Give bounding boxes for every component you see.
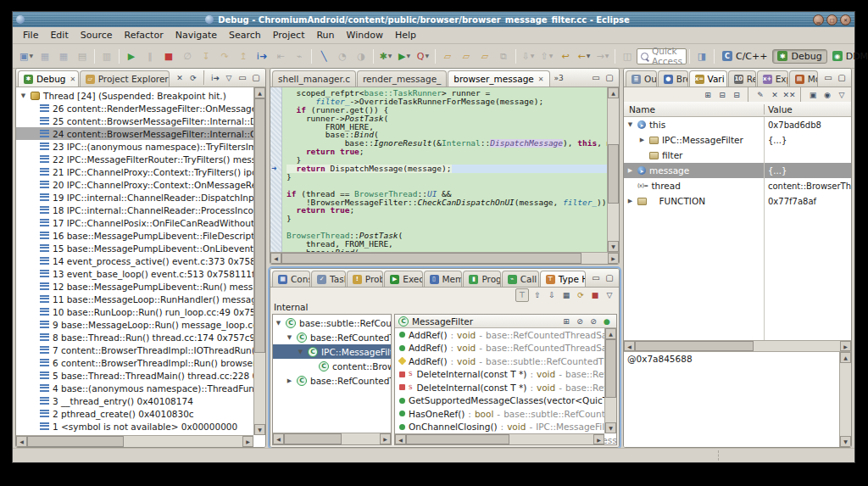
stack-frame-item[interactable]: 23 IPC::(anonymous namespace)::TryFilter… xyxy=(16,140,253,153)
stack-frame-item[interactable]: 14 event_process_active() event.c:373 0x… xyxy=(16,254,253,267)
tab-call-hi[interactable]: ⌁Call Hi xyxy=(502,271,539,287)
members-horizontal-scrollbar[interactable]: ◀ ▶ xyxy=(395,433,604,444)
view-menu-button[interactable]: ▽ xyxy=(604,289,615,301)
remove-button[interactable]: ✕ xyxy=(769,89,781,101)
scroll-thumb[interactable] xyxy=(406,434,509,444)
save-button[interactable]: ▦ xyxy=(36,47,54,64)
editor-annotation-ruler[interactable]: ➜ xyxy=(270,87,282,252)
scroll-right-icon[interactable]: ▶ xyxy=(840,341,851,351)
stack-frame-item[interactable]: 19 IPC::internal::ChannelReader::Dispatc… xyxy=(16,191,253,204)
hierarchy-item[interactable]: ▼CIPC::MessageFilter xyxy=(273,344,391,359)
expander-icon[interactable]: ▼ xyxy=(626,121,634,128)
maximize-button[interactable]: ▢ xyxy=(250,72,262,84)
show-type-hierarchy-button[interactable]: ⊤ xyxy=(515,288,529,302)
remove-all-terminated-button[interactable]: ✕ xyxy=(174,72,186,84)
member-item[interactable]: AddRef() : void - base::RefCountedThread… xyxy=(395,328,616,342)
minimize-button[interactable]: ▭ xyxy=(822,72,834,84)
scroll-thumb[interactable] xyxy=(605,339,616,398)
stack-frame-item[interactable]: 18 IPC::internal::ChannelReader::Process… xyxy=(16,204,253,216)
stack-frame-item[interactable]: 7 content::BrowserThreadImpl::IOThreadRu… xyxy=(16,344,253,356)
remove-all-button[interactable]: ✕✕ xyxy=(783,89,795,101)
stack-frame-item[interactable]: 26 content::RenderMessageFilter::OnMessa… xyxy=(16,102,253,115)
suspend-button[interactable]: ‖ xyxy=(141,47,159,64)
scroll-up-icon[interactable]: ▲ xyxy=(840,352,851,363)
hide-static-button[interactable]: ⊘ xyxy=(587,316,599,327)
debug-button[interactable]: ✱▼ xyxy=(376,47,395,64)
member-item[interactable]: OnChannelClosing() : void - IPC::Message… xyxy=(395,421,616,434)
scroll-thumb[interactable] xyxy=(635,341,754,351)
expander-icon[interactable]: ▶ xyxy=(286,377,293,384)
minimize-button[interactable]: ▭ xyxy=(236,72,248,84)
step-return-button[interactable]: ↥ xyxy=(234,47,253,64)
scroll-down-icon[interactable]: ▼ xyxy=(254,424,265,435)
menu-refactor[interactable]: Refactor xyxy=(119,28,170,42)
stack-frame-item[interactable]: 20 IPC::ChannelProxy::Context::OnMessage… xyxy=(16,178,253,191)
scroll-left-icon[interactable]: ◀ xyxy=(270,253,281,264)
dropdown-arrow-icon[interactable]: ▼ xyxy=(388,53,392,59)
use-step-filters-button[interactable]: ⌁ xyxy=(290,47,309,64)
perspective-c-c[interactable]: CC/C++ xyxy=(717,49,773,64)
stack-frame-item[interactable]: 6 content::BrowserThreadImpl::Run() brow… xyxy=(16,356,253,369)
tab-vari[interactable]: x=Vari✕ xyxy=(689,70,727,87)
stack-frame-item[interactable]: 10 base::RunLoop::Run() run_loop.cc:49 0… xyxy=(16,305,253,318)
new-button[interactable]: ▣▼ xyxy=(17,47,36,64)
hierarchy-item[interactable]: Ccontent::BrowserMess xyxy=(273,359,391,373)
instruction-stepping-mode-button[interactable]: i➜ xyxy=(209,72,221,84)
minimize-button[interactable]: ▁ xyxy=(813,14,824,25)
detail-vertical-scrollbar[interactable]: ▲ ▼ xyxy=(839,352,851,447)
quick-access-input[interactable]: Quick Access xyxy=(637,48,687,64)
debug-vertical-scrollbar[interactable]: ▲ ▼ xyxy=(253,87,265,435)
tab-render-message[interactable]: render_message_ xyxy=(357,70,447,87)
code-line[interactable]: return true; xyxy=(287,148,607,156)
scroll-thumb[interactable] xyxy=(254,98,265,353)
link-with-editor-button[interactable]: ⧉ xyxy=(494,47,513,64)
expander-icon[interactable]: ▶ xyxy=(626,167,634,174)
scroll-down-icon[interactable]: ▼ xyxy=(605,422,616,433)
scroll-down-icon[interactable]: ▼ xyxy=(608,241,619,252)
print-button[interactable]: ▤ xyxy=(73,47,92,64)
open-element-button[interactable]: ▱ xyxy=(476,47,494,64)
show-type-names-button[interactable]: ⊞ xyxy=(702,89,714,101)
column-divider[interactable] xyxy=(764,117,765,340)
variables-horizontal-scrollbar[interactable]: ◀ ▶ xyxy=(624,340,851,351)
expander-icon[interactable]: ▼ xyxy=(19,92,27,99)
stack-frame-item[interactable]: 8 base::Thread::Run() thread.cc:174 0x75… xyxy=(16,331,253,344)
scroll-down-icon[interactable]: ▼ xyxy=(840,436,851,447)
next-annotation-button[interactable]: ⇩▼ xyxy=(519,47,537,64)
member-item[interactable]: SDeleteInternal(const T *) : void - base… xyxy=(395,381,616,394)
back-button[interactable]: ←▼ xyxy=(575,47,593,64)
open-type-button[interactable]: ▱ xyxy=(438,47,457,64)
stack-frame-item[interactable]: 25 content::BrowserMessageFilter::Intern… xyxy=(16,115,253,127)
tab-debug[interactable]: ✱Debug✕ xyxy=(18,70,79,87)
member-item[interactable]: AddRef() : void - base::RefCountedThread… xyxy=(395,342,616,355)
stack-frame-item[interactable]: 9 base::MessageLoop::Run() message_loop.… xyxy=(16,318,253,331)
scroll-up-icon[interactable]: ▲ xyxy=(254,87,265,98)
hierarchy-item[interactable]: ▶Cbase::RefCountedThreadSaf xyxy=(273,373,391,388)
debug-horizontal-scrollbar[interactable]: ◀ ▶ xyxy=(16,435,253,447)
scroll-thumb[interactable] xyxy=(608,144,619,204)
scroll-left-icon[interactable]: ◀ xyxy=(273,433,284,444)
profile-button[interactable]: ◔ xyxy=(333,47,352,64)
dropdown-arrow-icon[interactable]: ▼ xyxy=(406,53,410,59)
close-icon[interactable]: ✕ xyxy=(538,75,544,83)
variable-row[interactable]: (x)=threadcontent::BrowserThread::IO xyxy=(624,178,851,193)
view-menu-button[interactable]: ▽ xyxy=(836,89,848,101)
menu-file[interactable]: File xyxy=(17,28,44,42)
dropdown-arrow-icon[interactable]: ▼ xyxy=(531,53,535,59)
member-item[interactable]: GetSupportedMessageClasses(vector<QuicTa… xyxy=(395,394,616,408)
cancel-button[interactable]: ■ xyxy=(589,289,601,301)
tab-out[interactable]: ≣Out xyxy=(626,70,657,87)
external-tools-button[interactable]: Q▼ xyxy=(414,47,432,64)
code-area[interactable]: scoped_refptr<base::TaskRunner> runner =… xyxy=(282,87,607,252)
resume-button[interactable]: ▶ xyxy=(122,47,141,64)
stack-frame-item[interactable]: 11 base::MessageLoop::RunHandler() messa… xyxy=(16,293,253,305)
open-plugin-button[interactable]: ▱ xyxy=(457,47,476,64)
variable-row[interactable]: ▶➤message{...} xyxy=(624,163,851,178)
tab-consol[interactable]: ▦Consol xyxy=(272,271,310,287)
tab-memor[interactable]: ▯Memor xyxy=(424,271,463,287)
sort-button[interactable]: ● xyxy=(601,316,613,327)
expander-icon[interactable]: ▶ xyxy=(638,137,646,143)
show-supertype-hierarchy-button[interactable]: ⇧ xyxy=(531,289,543,301)
variable-row[interactable]: ▶__FUNCTION__0x77f7a8af xyxy=(624,193,851,209)
collapse-all-button[interactable]: ⊟ xyxy=(731,89,743,101)
